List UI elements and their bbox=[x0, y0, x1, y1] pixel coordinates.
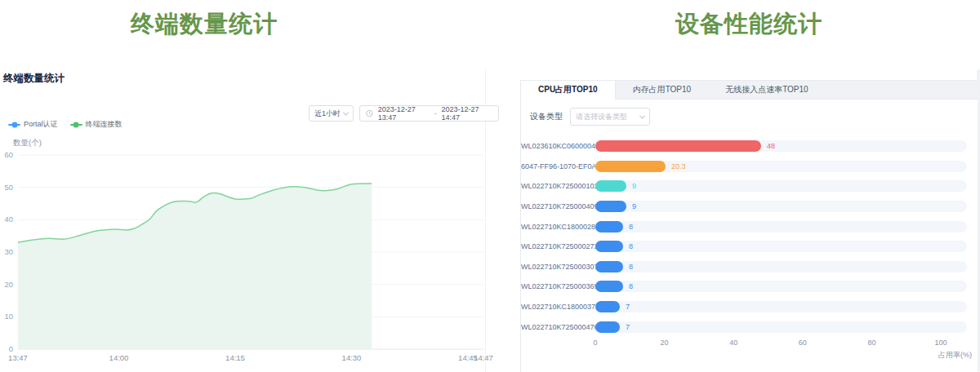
legend-marker-icon bbox=[8, 124, 20, 126]
bar-track bbox=[595, 301, 967, 312]
date-range-picker[interactable]: 2023-12-27 13:47 - 2023-12-27 14:47 bbox=[359, 105, 499, 122]
bar-row: WL022710K7250002728 bbox=[521, 237, 978, 257]
svg-text:0: 0 bbox=[9, 344, 13, 353]
device-name-label: WL022710K725000102 bbox=[521, 182, 590, 190]
device-name-label: WL022710KC18000280 bbox=[521, 223, 590, 231]
svg-text:40: 40 bbox=[4, 215, 13, 224]
x-axis-tick: 20 bbox=[661, 339, 669, 347]
bar-row: WL022710K7250003078 bbox=[521, 257, 978, 277]
svg-text:14:47: 14:47 bbox=[474, 353, 493, 362]
tab-1[interactable]: 内存占用TOP10 bbox=[616, 81, 709, 100]
bar-value-label: 7 bbox=[626, 303, 630, 311]
bar-value-label: 20.3 bbox=[671, 162, 686, 170]
svg-text:14:00: 14:00 bbox=[109, 353, 129, 362]
date-separator: - bbox=[434, 109, 436, 117]
bar-track bbox=[595, 321, 967, 333]
device-name-label: WL022710K725000307 bbox=[521, 263, 590, 271]
legend-item[interactable]: Portal认证 bbox=[8, 119, 58, 130]
svg-text:14:30: 14:30 bbox=[342, 353, 362, 362]
legend-label: Portal认证 bbox=[24, 119, 58, 130]
bar-row: WL022710KC180002808 bbox=[521, 216, 978, 237]
date-end: 2023-12-27 14:47 bbox=[441, 105, 492, 122]
bar-row: WL022710K7250004099 bbox=[521, 197, 978, 217]
device-type-placeholder: 请选择设备类型 bbox=[576, 112, 627, 122]
device-name-label: WL022710K725000470 bbox=[521, 323, 590, 331]
dashboard-page: 终端数量统计 设备性能统计 终端数量统计 近1小时 2023-12-27 13:… bbox=[0, 0, 980, 372]
legend-item[interactable]: 终端连接数 bbox=[70, 119, 122, 130]
bar-row: WL022710K7250001029 bbox=[521, 176, 978, 197]
device-performance-panel: CPU占用TOP10内存占用TOP10无线接入点速率TOP10 设备类型 请选择… bbox=[520, 80, 978, 372]
device-name-label: WL023610KC06000043 bbox=[521, 142, 590, 150]
svg-text:20: 20 bbox=[4, 280, 13, 289]
bar-value-label: 48 bbox=[767, 142, 775, 150]
bar[interactable] bbox=[595, 201, 626, 212]
device-type-label: 设备类型 bbox=[530, 111, 563, 122]
device-name-label: 6047-FF96-1070-EF0A bbox=[521, 162, 590, 170]
terminal-count-panel: 终端数量统计 近1小时 2023-12-27 13:47 - 2023-12-2… bbox=[0, 0, 506, 372]
tab-bar: CPU占用TOP10内存占用TOP10无线接入点速率TOP10 bbox=[521, 81, 978, 100]
legend-marker-icon bbox=[70, 124, 82, 126]
bar[interactable] bbox=[595, 321, 620, 333]
bar-track bbox=[595, 201, 967, 212]
device-type-filter: 设备类型 请选择设备类型 bbox=[530, 108, 650, 126]
bar-track bbox=[595, 261, 967, 272]
svg-text:10: 10 bbox=[4, 312, 13, 321]
bar[interactable] bbox=[595, 161, 666, 172]
svg-text:30: 30 bbox=[4, 247, 13, 256]
device-name-label: WL022710K725000272 bbox=[521, 242, 590, 250]
bar-row: WL023610KC0600004348 bbox=[521, 136, 978, 157]
bar-track bbox=[595, 281, 967, 292]
chart-legend: Portal认证终端连接数 bbox=[8, 119, 122, 130]
right-section-title: 设备性能统计 bbox=[520, 8, 978, 41]
bar[interactable] bbox=[595, 221, 623, 232]
bar-value-label: 8 bbox=[629, 282, 633, 290]
x-axis-tick: 100 bbox=[934, 339, 947, 347]
time-range-select[interactable]: 近1小时 bbox=[309, 105, 354, 122]
date-start: 2023-12-27 13:47 bbox=[378, 105, 430, 122]
x-axis-tick: 60 bbox=[799, 339, 807, 347]
terminal-count-chart: 0102030405060数量(个)13:4714:0014:1514:3014… bbox=[0, 139, 506, 371]
chevron-down-icon bbox=[639, 113, 645, 118]
bar-value-label: 8 bbox=[629, 263, 633, 271]
bar-track bbox=[595, 180, 967, 192]
time-range-value: 近1小时 bbox=[314, 108, 341, 119]
device-name-label: WL022710K725000369 bbox=[521, 282, 590, 290]
bar-value-label: 9 bbox=[632, 182, 636, 190]
bar-track bbox=[595, 241, 967, 252]
x-axis-unit-label: 占用率(%) bbox=[938, 350, 972, 361]
bar-row: WL022710K7250004707 bbox=[521, 317, 978, 337]
legend-label: 终端连接数 bbox=[86, 119, 122, 130]
bar[interactable] bbox=[595, 140, 761, 152]
bar[interactable] bbox=[595, 261, 623, 272]
bar-value-label: 7 bbox=[626, 323, 630, 331]
x-axis-tick: 40 bbox=[729, 339, 737, 347]
bar-value-label: 8 bbox=[629, 242, 633, 250]
cpu-top10-chart: WL023610KC06000043486047-FF96-1070-EF0A2… bbox=[521, 136, 978, 337]
left-panel-title: 终端数量统计 bbox=[3, 72, 65, 86]
bar-chart-x-axis: 020406080100 bbox=[521, 339, 978, 350]
chart-controls: 近1小时 2023-12-27 13:47 - 2023-12-27 14:47 bbox=[309, 105, 499, 122]
bar-value-label: 8 bbox=[629, 223, 633, 231]
device-name-label: WL022710KC18000372 bbox=[521, 303, 590, 311]
chevron-down-icon bbox=[343, 109, 349, 115]
device-name-label: WL022710K725000409 bbox=[521, 202, 590, 210]
x-axis-tick: 0 bbox=[593, 339, 597, 347]
bar-row: WL022710KC180003727 bbox=[521, 297, 978, 317]
bar[interactable] bbox=[595, 281, 623, 292]
y-axis-name: 数量(个) bbox=[13, 139, 42, 147]
tab-2[interactable]: 无线接入点速率TOP10 bbox=[708, 81, 826, 100]
bar[interactable] bbox=[595, 180, 626, 192]
svg-text:60: 60 bbox=[4, 150, 13, 159]
bar-track bbox=[595, 221, 967, 232]
svg-text:13:47: 13:47 bbox=[8, 353, 28, 362]
tab-0[interactable]: CPU占用TOP10 bbox=[521, 81, 616, 100]
clock-icon bbox=[366, 109, 373, 117]
bar[interactable] bbox=[595, 301, 620, 312]
bar-value-label: 9 bbox=[632, 202, 636, 210]
bar[interactable] bbox=[595, 241, 623, 252]
area-fill bbox=[18, 184, 372, 349]
bar-row: WL022710K7250003698 bbox=[521, 277, 978, 297]
device-type-select[interactable]: 请选择设备类型 bbox=[570, 108, 650, 126]
svg-text:50: 50 bbox=[4, 183, 13, 192]
bar-row: 6047-FF96-1070-EF0A20.3 bbox=[521, 157, 978, 177]
